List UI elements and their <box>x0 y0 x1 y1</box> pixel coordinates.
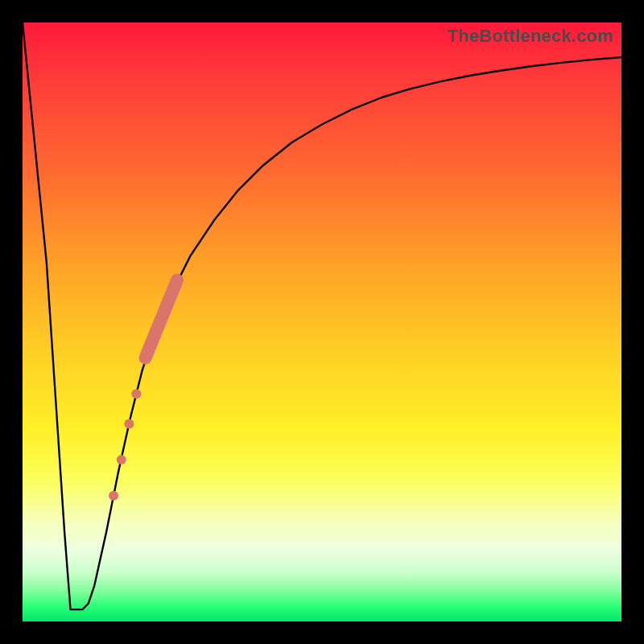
curve-marker-pill <box>146 280 177 358</box>
bottleneck-curve-svg <box>23 23 621 621</box>
curve-marker-dot <box>109 491 118 501</box>
chart-plot-area: TheBottleneck.com <box>23 23 621 621</box>
curve-marker-dot <box>124 419 134 428</box>
chart-frame: TheBottleneck.com <box>0 0 644 644</box>
bottleneck-curve-path <box>23 23 621 609</box>
curve-marker-dot <box>117 455 126 464</box>
curve-marker-dot <box>131 389 141 398</box>
